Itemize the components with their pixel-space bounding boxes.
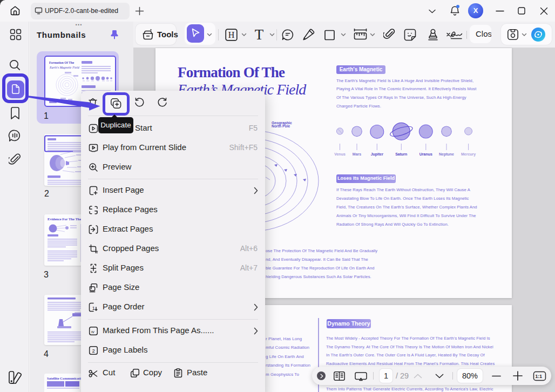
svg-text:Neptune: Neptune [439, 152, 454, 157]
svg-text:H: H [228, 30, 235, 39]
svg-text:Mars: Mars [353, 152, 361, 156]
svg-text:T: T [255, 27, 264, 42]
svg-text:1:1: 1:1 [536, 374, 543, 379]
svg-text:Mercury: Mercury [461, 152, 476, 157]
svg-text:Jupiter: Jupiter [371, 152, 384, 157]
svg-text:Formation Of The: Formation Of The [49, 61, 74, 64]
svg-text:Earth's Magnetic Field: Earth's Magnetic Field [49, 66, 79, 69]
svg-text:Uranus: Uranus [419, 152, 432, 156]
svg-text:Saturn: Saturn [395, 152, 407, 156]
svg-text:1: 1 [92, 306, 95, 311]
svg-text:ιv: ιv [91, 329, 94, 334]
svg-text:Venus: Venus [334, 152, 346, 156]
svg-text:2: 2 [92, 348, 95, 354]
